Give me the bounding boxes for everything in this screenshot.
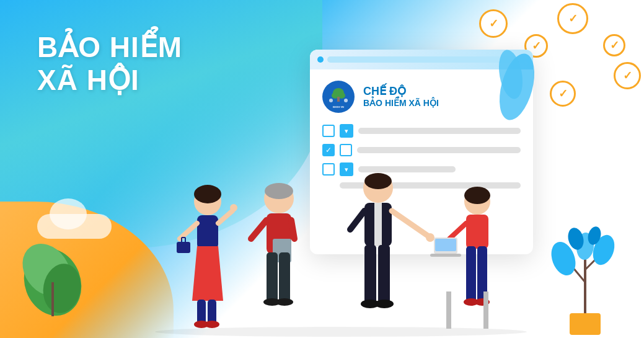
checkmark-icon-4: ✓ [610,38,619,52]
clock-circle-4: ✓ [603,34,625,56]
leaf-left-decoration [12,208,93,319]
scene: BẢO HIỂM XÃ HỘI ✓ ✓ ✓ ✓ ✓ ✓ ✓ [0,0,644,338]
svg-marker-27 [192,246,223,301]
svg-point-46 [276,298,293,306]
title-line1: BẢO HIỂM [37,31,182,64]
svg-line-28 [180,223,197,239]
checkmark-icon-5: ✓ [623,69,632,82]
svg-line-67 [449,223,466,239]
svg-point-30 [230,204,237,211]
svg-rect-72 [483,291,488,329]
clock-circle-3: ✓ [557,3,588,34]
svg-rect-71 [446,291,451,329]
svg-rect-35 [177,242,190,253]
svg-point-34 [205,321,219,328]
svg-rect-69 [435,239,456,251]
checkmark-icon-3: ✓ [568,12,578,25]
svg-point-23 [155,327,527,337]
svg-rect-56 [364,245,376,304]
svg-rect-70 [430,254,461,257]
svg-line-47 [251,220,267,239]
svg-rect-14 [570,313,601,335]
svg-rect-57 [378,245,390,304]
svg-line-29 [218,211,232,223]
svg-rect-43 [267,252,278,302]
doc-header-dot [317,56,324,63]
svg-point-40 [265,183,293,199]
svg-line-53 [392,211,428,236]
svg-rect-44 [279,252,290,302]
svg-point-59 [375,300,394,308]
svg-point-50 [364,173,392,189]
svg-rect-63 [466,246,476,302]
people-scene [112,71,570,338]
svg-rect-26 [197,215,218,249]
svg-point-61 [464,187,490,204]
svg-line-55 [350,211,364,229]
svg-line-48 [291,220,294,239]
clock-circle-1: ✓ [479,9,508,38]
svg-rect-52 [374,203,382,246]
svg-rect-62 [466,215,488,249]
svg-point-25 [194,185,221,203]
svg-point-54 [426,233,434,242]
checkmark-icon-1: ✓ [489,17,498,30]
clock-circle-5: ✓ [614,62,641,89]
